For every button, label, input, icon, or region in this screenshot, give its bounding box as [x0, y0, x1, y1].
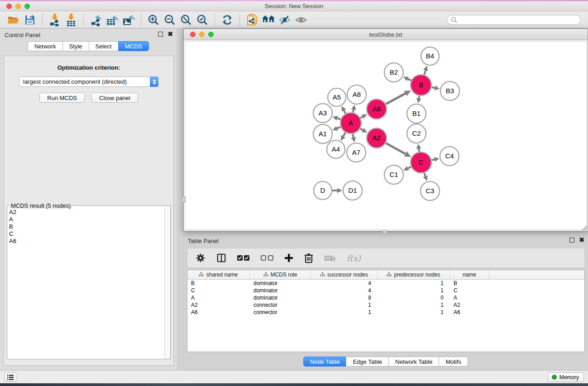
table-cell[interactable]: C — [187, 287, 250, 294]
show-selected-button[interactable] — [293, 13, 309, 27]
column-header-shared-name[interactable]: shared name — [187, 270, 250, 279]
table-cell[interactable]: 1 — [311, 309, 378, 316]
vertical-scroll-thumb[interactable] — [182, 196, 186, 203]
table-row[interactable]: A6connector11A6 — [187, 309, 584, 316]
network-close-button[interactable] — [190, 32, 196, 37]
table-cell[interactable]: A2 — [187, 301, 250, 309]
settings-gear-icon[interactable] — [196, 253, 206, 263]
float-table-panel-icon[interactable] — [569, 238, 574, 243]
show-task-history-button[interactable] — [5, 372, 16, 382]
zoom-selected-button[interactable] — [194, 13, 210, 27]
resize-grip-icon[interactable] — [580, 224, 587, 230]
delete-column-icon[interactable] — [304, 253, 313, 263]
tab-network-table[interactable]: Network Table — [388, 357, 439, 367]
mcds-result-list[interactable]: A2ABCA6 — [9, 209, 164, 358]
table-cell[interactable]: 1 — [378, 280, 450, 287]
add-column-icon[interactable] — [284, 253, 293, 262]
graph-edge-A6-B[interactable] — [386, 94, 405, 105]
close-window-button[interactable] — [6, 4, 12, 9]
zoom-fit-button[interactable] — [178, 13, 194, 27]
result-scrollbar[interactable] — [164, 206, 170, 358]
column-header-predecessor-nodes[interactable]: predecessor nodes — [378, 270, 450, 279]
tab-node-table[interactable]: Node Table — [303, 357, 347, 367]
search-field[interactable] — [447, 15, 581, 25]
table-cell[interactable]: A — [450, 294, 489, 301]
graph-edge-A-A6[interactable] — [360, 117, 363, 118]
result-item[interactable]: B — [9, 223, 164, 230]
table-cell[interactable]: connector — [250, 301, 311, 309]
table-cell[interactable]: A2 — [450, 301, 489, 309]
tab-motifs[interactable]: Motifs — [439, 357, 468, 367]
network-minimize-button[interactable] — [199, 32, 205, 37]
graph-edge-C-C4[interactable] — [431, 159, 434, 160]
graph-edge-B-B3[interactable] — [432, 87, 435, 88]
table-cell[interactable]: dominator — [250, 287, 311, 294]
result-item[interactable]: A — [9, 216, 164, 223]
tab-network[interactable]: Network — [28, 41, 63, 51]
graph-edge-B-B2[interactable] — [408, 79, 411, 80]
table-cell[interactable]: 4 — [311, 280, 378, 287]
table-cell[interactable]: dominator — [250, 280, 311, 287]
graph-edge-B-B4[interactable] — [424, 70, 425, 75]
close-panel-icon[interactable]: ✖ — [167, 32, 173, 37]
tab-edge-table[interactable]: Edge Table — [346, 357, 389, 367]
graph-edge-A-A2[interactable] — [360, 129, 363, 130]
run-mcds-button[interactable]: Run MCDS — [39, 93, 85, 103]
deselect-all-columns-icon[interactable] — [261, 255, 273, 261]
zoom-out-button[interactable] — [162, 13, 178, 27]
select-all-columns-icon[interactable] — [237, 255, 250, 261]
save-session-button[interactable] — [22, 13, 38, 27]
tab-style[interactable]: Style — [62, 41, 89, 51]
float-panel-icon[interactable] — [158, 32, 163, 37]
new-network-button[interactable] — [244, 13, 260, 27]
show-all-networks-button[interactable] — [260, 13, 277, 27]
export-network-button[interactable] — [88, 13, 104, 27]
apply-layout-button[interactable] — [219, 13, 235, 27]
graph-edge-A-A5[interactable] — [344, 110, 346, 114]
horizontal-scroll-thumb[interactable] — [382, 230, 387, 234]
zoom-window-button[interactable] — [24, 4, 30, 9]
minimize-window-button[interactable] — [15, 4, 21, 9]
tab-mcds[interactable]: MCDS — [118, 41, 149, 51]
table-row[interactable]: Adominator80A — [187, 294, 584, 301]
result-item[interactable]: A2 — [9, 209, 164, 216]
graph-edge-C-C3[interactable] — [424, 173, 425, 176]
graph-edge-A-A1[interactable] — [337, 127, 341, 129]
graph-edge-A2-C[interactable] — [386, 143, 406, 154]
table-cell[interactable]: 1 — [311, 301, 378, 309]
column-header-name[interactable]: name — [450, 270, 489, 279]
graph-edge-C-C1[interactable] — [408, 167, 411, 168]
table-cell[interactable]: 0 — [378, 294, 450, 301]
import-table-button[interactable] — [63, 13, 79, 27]
table-cell[interactable]: dominator — [250, 294, 311, 301]
result-item[interactable]: C — [9, 230, 164, 238]
table-cell[interactable]: A — [187, 294, 250, 301]
table-row[interactable]: Bdominator41B — [187, 280, 584, 287]
graph-edge-A-A8[interactable] — [353, 110, 354, 112]
network-canvas[interactable]: B4B2BB3A5A8A6B1A3AA1C2A2A4A7C4CC1C3DD1 — [185, 41, 587, 230]
table-row[interactable]: A2connector11A2 — [187, 301, 584, 309]
table-cell[interactable]: C — [450, 287, 489, 294]
table-cell[interactable]: B — [187, 280, 250, 287]
table-cell[interactable]: 1 — [378, 301, 450, 309]
result-item[interactable]: A6 — [9, 238, 164, 245]
open-session-button[interactable] — [5, 13, 22, 27]
memory-button[interactable]: Memory — [548, 372, 584, 382]
table-cell[interactable]: A6 — [187, 309, 250, 316]
column-header-successor-nodes[interactable]: successor nodes — [311, 270, 378, 279]
export-table-button[interactable] — [104, 13, 120, 27]
table-cell[interactable]: A6 — [450, 309, 489, 316]
graph-edge-C-C2[interactable] — [419, 149, 419, 152]
table-cell[interactable]: 1 — [378, 309, 450, 316]
graph-edge-B-B1[interactable] — [419, 96, 419, 99]
table-cell[interactable]: 1 — [378, 287, 450, 294]
search-input[interactable] — [459, 17, 577, 23]
close-panel-button[interactable]: Close panel — [91, 93, 138, 103]
graph-edge-A-A7[interactable] — [353, 134, 353, 138]
table-cell[interactable]: B — [450, 280, 489, 287]
table-cell[interactable]: 4 — [311, 287, 378, 294]
network-zoom-button[interactable] — [208, 32, 214, 37]
import-network-button[interactable] — [47, 13, 63, 27]
optimization-criterion-dropdown[interactable]: largest connected component (directed) — [19, 76, 158, 87]
table-cell[interactable]: connector — [250, 309, 311, 316]
